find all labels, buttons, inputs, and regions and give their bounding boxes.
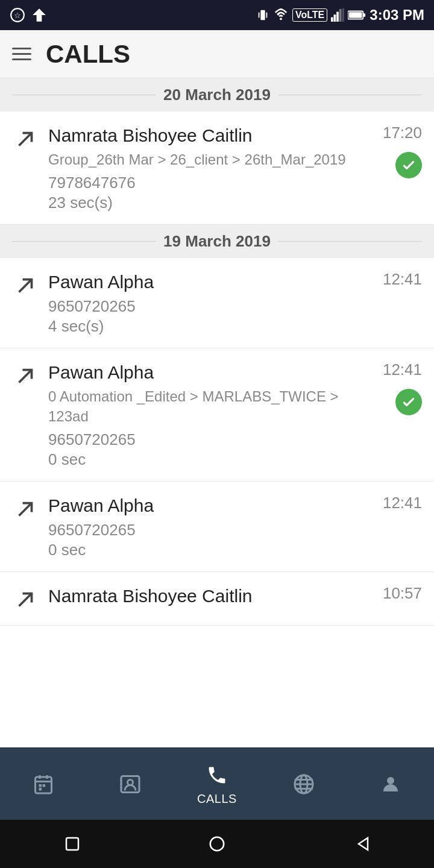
- call-duration: 0 sec: [48, 541, 373, 559]
- svg-point-37: [387, 777, 394, 784]
- outgoing-call-arrow: [12, 272, 39, 299]
- caller-name: Pawan Alpha: [48, 360, 373, 384]
- svg-text:☆: ☆: [14, 11, 21, 20]
- call-group: 0 Automation _Edited > MARLABS_TWICE > 1…: [48, 386, 373, 427]
- call-right-info: 12:41: [383, 270, 422, 289]
- separator-line: [278, 241, 422, 242]
- call-item[interactable]: Namrata Bishoyee Caitlin 10:57: [0, 572, 434, 626]
- call-number: 9650720265: [48, 430, 373, 449]
- call-number: 7978647676: [48, 174, 373, 192]
- svg-rect-14: [349, 12, 362, 17]
- svg-rect-7: [331, 17, 333, 22]
- check-icon: [395, 152, 422, 178]
- caller-name: Pawan Alpha: [48, 494, 373, 517]
- arrow-icon: [31, 7, 47, 23]
- calls-list: 20 March 2019 Namrata Bishoyee Caitlin G…: [0, 78, 434, 747]
- svg-line-18: [19, 503, 32, 515]
- home-button[interactable]: [202, 829, 232, 859]
- svg-point-6: [280, 18, 282, 20]
- caller-name: Namrata Bishoyee Caitlin: [48, 584, 373, 608]
- call-item[interactable]: Pawan Alpha 9650720265 4 sec(s) 12:41: [0, 258, 434, 348]
- svg-point-39: [210, 837, 224, 851]
- svg-rect-8: [334, 14, 336, 22]
- globe-icon: [291, 771, 317, 797]
- call-time: 12:41: [383, 270, 422, 289]
- date-label: 20 March 2019: [163, 86, 271, 104]
- check-icon: [395, 389, 422, 415]
- outgoing-call-arrow: [12, 363, 39, 389]
- call-time: 12:41: [383, 494, 422, 512]
- separator-line: [278, 95, 422, 95]
- outgoing-call-arrow: [12, 587, 39, 613]
- vibrate-icon: [256, 8, 269, 22]
- svg-line-16: [19, 279, 32, 292]
- back-button[interactable]: [347, 829, 377, 859]
- call-item[interactable]: Pawan Alpha 0 Automation _Edited > MARLA…: [0, 348, 434, 482]
- svg-line-19: [19, 593, 32, 606]
- call-time: 12:41: [383, 360, 422, 379]
- separator-line: [12, 95, 156, 95]
- status-left-icons: ☆: [10, 7, 47, 23]
- contacts-icon: [117, 771, 143, 797]
- svg-rect-26: [39, 788, 42, 791]
- notification-icon: ☆: [10, 7, 25, 23]
- nav-item-contacts[interactable]: [100, 771, 160, 797]
- nav-item-profile[interactable]: [360, 771, 421, 797]
- page-title: CALLS: [46, 40, 130, 69]
- nav-item-calls[interactable]: CALLS: [187, 762, 247, 806]
- svg-rect-11: [342, 8, 345, 22]
- call-details: Pawan Alpha 0 Automation _Edited > MARLA…: [48, 360, 373, 469]
- status-bar: ☆ VoLTE: [0, 0, 434, 30]
- svg-rect-25: [43, 784, 46, 787]
- wifi-icon: [273, 8, 289, 22]
- date-separator: 20 March 2019: [0, 78, 434, 112]
- svg-rect-24: [39, 784, 42, 787]
- call-item[interactable]: Pawan Alpha 9650720265 0 sec 12:41: [0, 482, 434, 572]
- svg-rect-9: [336, 12, 339, 22]
- call-details: Namrata Bishoyee Caitlin: [48, 584, 373, 608]
- status-right-icons: VoLTE 3:03 PM: [256, 7, 424, 24]
- svg-line-17: [19, 370, 32, 382]
- svg-rect-38: [66, 838, 78, 850]
- svg-rect-3: [260, 10, 265, 20]
- svg-rect-4: [259, 12, 260, 17]
- call-item[interactable]: Namrata Bishoyee Caitlin Group_26th Mar …: [0, 112, 434, 225]
- svg-rect-13: [363, 13, 366, 17]
- call-time: 10:57: [383, 584, 422, 603]
- menu-button[interactable]: [12, 48, 31, 60]
- caller-name: Pawan Alpha: [48, 270, 373, 294]
- volte-badge: VoLTE: [292, 8, 327, 22]
- svg-marker-2: [33, 8, 46, 22]
- call-right-info: 10:57: [383, 584, 422, 603]
- call-right-info: 12:41: [383, 494, 422, 512]
- caller-name: Namrata Bishoyee Caitlin: [48, 124, 373, 147]
- svg-line-15: [19, 133, 32, 146]
- toolbar: CALLS: [0, 30, 434, 78]
- bottom-navigation: CALLS: [0, 747, 434, 820]
- call-details: Namrata Bishoyee Caitlin Group_26th Mar …: [48, 124, 373, 212]
- call-duration: 0 sec: [48, 450, 373, 469]
- date-separator: 19 March 2019: [0, 225, 434, 258]
- call-right-info: 17:20: [383, 124, 422, 178]
- call-time: 17:20: [383, 124, 422, 142]
- signal-icon: [331, 8, 344, 22]
- status-time: 3:03 PM: [370, 7, 424, 24]
- call-number: 9650720265: [48, 297, 373, 316]
- outgoing-call-arrow: [12, 126, 39, 153]
- calls-icon: [204, 762, 230, 788]
- call-right-info: 12:41: [383, 360, 422, 415]
- call-details: Pawan Alpha 9650720265 0 sec: [48, 494, 373, 559]
- nav-item-globe[interactable]: [274, 771, 334, 797]
- outgoing-call-arrow: [12, 496, 39, 523]
- svg-marker-40: [359, 838, 368, 850]
- svg-rect-10: [339, 9, 342, 22]
- nav-item-calendar[interactable]: [13, 771, 74, 797]
- battery-icon: [348, 8, 366, 22]
- call-duration: 23 sec(s): [48, 193, 373, 212]
- system-navigation: [0, 820, 434, 868]
- separator-line: [12, 241, 156, 242]
- call-number: 9650720265: [48, 521, 373, 539]
- calendar-icon: [30, 771, 57, 797]
- recent-apps-button[interactable]: [57, 829, 87, 859]
- call-group: Group_26th Mar > 26_client > 26th_Mar_20…: [48, 149, 373, 170]
